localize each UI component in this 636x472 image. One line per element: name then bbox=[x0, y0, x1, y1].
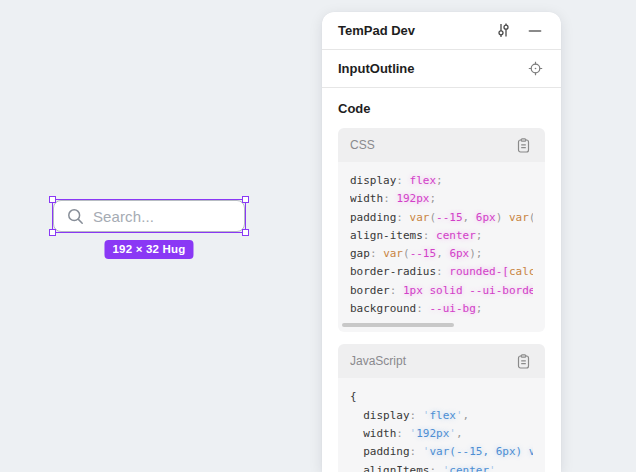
css-code-body: display: flex;width: 192px;padding: var(… bbox=[338, 162, 545, 332]
horizontal-scrollbar-thumb[interactable] bbox=[342, 323, 454, 327]
code-line: width: 192px; bbox=[350, 190, 533, 208]
code-line: padding: 'var(--15, 6px) var bbox=[350, 443, 533, 461]
code-line: display: 'flex', bbox=[350, 407, 533, 425]
code-lines: display: flex;width: 192px;padding: var(… bbox=[350, 172, 533, 318]
javascript-language-label: JavaScript bbox=[350, 354, 406, 368]
magnifier-icon bbox=[67, 208, 84, 225]
javascript-code-block: JavaScript { display: 'flex', width: '19… bbox=[338, 344, 545, 472]
javascript-code-header: JavaScript bbox=[338, 344, 545, 378]
code-line: alignItems: 'center', bbox=[350, 462, 533, 472]
code-line: padding: var(--15, 6px) var(-- bbox=[350, 209, 533, 227]
selected-object-name: InputOutline bbox=[338, 61, 525, 76]
code-line: border: 1px solid --ui-border- bbox=[350, 282, 533, 300]
code-section: Code CSS display: flex;width: 192px;padd… bbox=[322, 88, 561, 472]
sliders-icon[interactable] bbox=[493, 21, 513, 41]
css-code-header: CSS bbox=[338, 128, 545, 162]
code-line: background: --ui-bg; bbox=[350, 300, 533, 318]
search-input-component[interactable]: Search... bbox=[53, 200, 245, 232]
clipboard-copy-icon[interactable] bbox=[513, 351, 533, 371]
panel-header: TemPad Dev bbox=[322, 12, 561, 50]
css-code-block: CSS display: flex;width: 192px;padding: … bbox=[338, 128, 545, 332]
code-line: width: '192px', bbox=[350, 425, 533, 443]
code-line: display: flex; bbox=[350, 172, 533, 190]
code-section-title: Code bbox=[338, 101, 545, 116]
dimensions-badge: 192 × 32 Hug bbox=[104, 240, 193, 259]
search-placeholder-text: Search... bbox=[93, 208, 154, 225]
tempad-dev-panel: TemPad Dev InputOutline bbox=[322, 12, 561, 472]
javascript-code-body: { display: 'flex', width: '192px', paddi… bbox=[338, 378, 545, 472]
code-line: gap: var(--15, 6px); bbox=[350, 245, 533, 263]
minimize-icon[interactable] bbox=[525, 21, 545, 41]
code-line: align-items: center; bbox=[350, 227, 533, 245]
crosshair-locate-icon[interactable] bbox=[525, 59, 545, 79]
code-lines: { display: 'flex', width: '192px', paddi… bbox=[350, 388, 533, 472]
clipboard-copy-icon[interactable] bbox=[513, 135, 533, 155]
selection-handle-bottom-right[interactable] bbox=[242, 229, 249, 236]
code-line: border-radius: rounded-[calc(v bbox=[350, 263, 533, 281]
selected-object-row: InputOutline bbox=[322, 50, 561, 88]
css-language-label: CSS bbox=[350, 138, 375, 152]
code-line: { bbox=[350, 388, 533, 406]
panel-title: TemPad Dev bbox=[338, 23, 493, 38]
